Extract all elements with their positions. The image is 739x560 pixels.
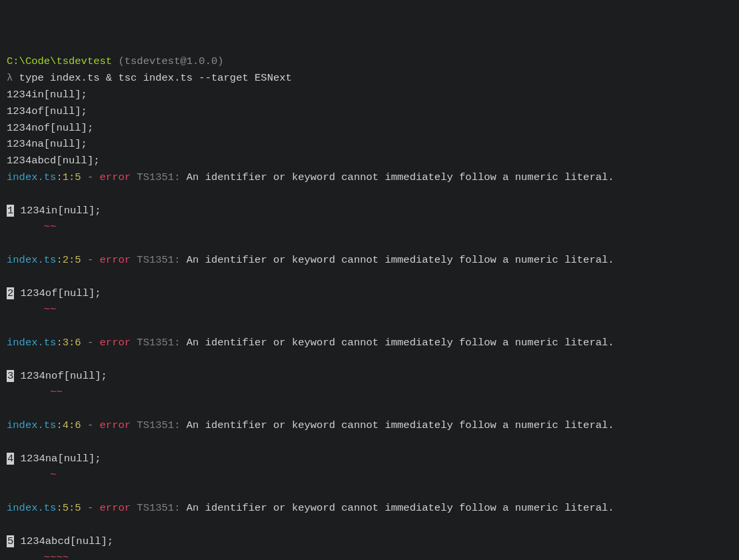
- dash: -: [81, 337, 100, 349]
- squiggle: ~~~~: [44, 551, 69, 560]
- source-line: 1234na[null];: [14, 453, 101, 465]
- dash: -: [81, 419, 100, 431]
- dash: -: [81, 502, 100, 514]
- error-position: :1:5: [56, 171, 81, 183]
- source-line: 1234in[null];: [14, 205, 101, 217]
- error-label: error: [100, 337, 131, 349]
- source-line: 1234abcd[null];: [14, 535, 113, 547]
- squiggle: ~~: [50, 386, 63, 398]
- error-position: :5:5: [56, 502, 81, 514]
- cwd: C:\Code\tsdevtest: [7, 55, 112, 67]
- squiggle-pad: [7, 221, 44, 233]
- squiggle: ~~: [44, 303, 57, 315]
- error-message: An identifier or keyword cannot immediat…: [187, 419, 614, 431]
- squiggle-pad: [7, 551, 44, 560]
- error-message: An identifier or keyword cannot immediat…: [187, 254, 614, 266]
- pkg-close: ): [217, 55, 223, 67]
- dash: -: [81, 254, 100, 266]
- stdout-line: 1234nof[null];: [7, 122, 93, 134]
- error-file: index.ts: [7, 502, 56, 514]
- error-file: index.ts: [7, 419, 56, 431]
- error-message: An identifier or keyword cannot immediat…: [187, 171, 614, 183]
- error-label: error: [100, 502, 131, 514]
- squiggle: ~: [50, 469, 56, 481]
- source-line: 1234of[null];: [14, 287, 101, 299]
- command-line: type index.ts & tsc index.ts --target ES…: [19, 72, 292, 84]
- line-number: 5: [7, 535, 14, 547]
- squiggle: ~~: [44, 221, 57, 233]
- error-position: :2:5: [56, 254, 81, 266]
- error-position: :3:6: [56, 337, 81, 349]
- terminal-output: C:\Code\tsdevtest (tsdevtest@1.0.0) λ ty…: [7, 53, 732, 560]
- prompt-symbol: λ: [7, 72, 19, 84]
- error-file: index.ts: [7, 254, 56, 266]
- squiggle-pad: [7, 386, 50, 398]
- error-code: TS1351:: [131, 171, 187, 183]
- source-line: 1234nof[null];: [14, 370, 107, 382]
- error-message: An identifier or keyword cannot immediat…: [187, 502, 614, 514]
- package-name: tsdevtest@1.0.0: [125, 55, 218, 67]
- line-number: 2: [7, 287, 14, 299]
- stdout-line: 1234abcd[null];: [7, 155, 100, 167]
- line-number: 4: [7, 453, 14, 465]
- error-message: An identifier or keyword cannot immediat…: [187, 337, 614, 349]
- error-file: index.ts: [7, 171, 56, 183]
- stdout-line: 1234na[null];: [7, 138, 87, 150]
- line-number: 1: [7, 205, 14, 217]
- stdout-line: 1234of[null];: [7, 105, 87, 117]
- error-position: :4:6: [56, 419, 81, 431]
- error-label: error: [100, 419, 131, 431]
- error-code: TS1351:: [131, 337, 187, 349]
- error-code: TS1351:: [131, 254, 187, 266]
- error-code: TS1351:: [131, 502, 187, 514]
- line-number: 3: [7, 370, 14, 382]
- dash: -: [81, 171, 100, 183]
- squiggle-pad: [7, 303, 44, 315]
- error-label: error: [100, 254, 131, 266]
- error-file: index.ts: [7, 337, 56, 349]
- error-label: error: [100, 171, 131, 183]
- pkg-open: (: [112, 55, 125, 67]
- squiggle-pad: [7, 469, 50, 481]
- stdout-line: 1234in[null];: [7, 89, 87, 101]
- error-code: TS1351:: [131, 419, 187, 431]
